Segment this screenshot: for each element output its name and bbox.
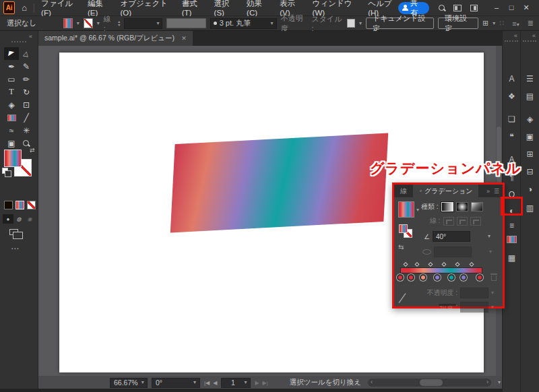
- menu-select[interactable]: 選択(S): [214, 0, 236, 17]
- none-mode-button[interactable]: [27, 201, 36, 209]
- freeform-gradient-button[interactable]: [471, 202, 483, 211]
- gradient-tool[interactable]: [4, 111, 19, 124]
- pen-tool[interactable]: ✒: [4, 60, 19, 73]
- collapse-tools-icon[interactable]: «: [29, 33, 32, 40]
- menu-file[interactable]: ファイル(F): [41, 0, 77, 17]
- style-dropdown-chevron-icon[interactable]: ▾: [359, 21, 362, 26]
- stroke-weight-stepper[interactable]: ▴▾: [118, 18, 120, 29]
- gradient-stop[interactable]: [434, 274, 441, 281]
- free-transform-tool[interactable]: ⊡: [19, 98, 34, 111]
- stroke-weight-dropdown[interactable]: ▾: [124, 18, 162, 29]
- type-tool[interactable]: T: [4, 86, 19, 98]
- gradient-presets-chevron-icon[interactable]: ▾: [416, 207, 419, 213]
- edit-toolbar-icon[interactable]: ⋯: [11, 244, 20, 253]
- appearance-panel-icon[interactable]: ◑: [521, 182, 539, 197]
- next-artboard-button[interactable]: ▶: [255, 380, 259, 386]
- horizontal-scrollbar-thumb[interactable]: [420, 379, 443, 386]
- shape-builder-panel-icon[interactable]: ❖: [503, 89, 521, 104]
- eraser-tool[interactable]: ◈: [4, 98, 19, 111]
- rotate-tool[interactable]: ↻: [19, 86, 34, 98]
- touch-type-panel-icon[interactable]: A: [503, 71, 521, 86]
- selection-tool[interactable]: ◤: [4, 47, 19, 60]
- layers-panel-icon[interactable]: ◈: [521, 112, 539, 127]
- artboards-panel-icon[interactable]: ▣: [521, 129, 539, 144]
- close-button[interactable]: ✕: [519, 3, 534, 12]
- draw-behind-button[interactable]: ◍: [13, 214, 24, 224]
- first-artboard-button[interactable]: |◀: [204, 380, 210, 386]
- curvature-tool[interactable]: ✎: [19, 60, 34, 73]
- tab-stroke[interactable]: 線: [394, 185, 413, 197]
- drag-handle[interactable]: [523, 40, 536, 42]
- close-tab-icon[interactable]: ✕: [181, 35, 187, 42]
- gradient-stop[interactable]: [448, 274, 455, 281]
- previous-artboard-button[interactable]: ◀: [213, 380, 217, 386]
- radial-gradient-button[interactable]: [456, 202, 468, 211]
- stroke-panel-icon[interactable]: ≡: [503, 218, 521, 233]
- swatches-panel-icon[interactable]: ▦: [503, 251, 521, 265]
- fill-dropdown-chevron-icon[interactable]: ▾: [77, 21, 80, 26]
- gradient-stop[interactable]: [476, 274, 483, 281]
- gradient-midpoint[interactable]: [403, 262, 408, 267]
- document-setup-button[interactable]: ドキュメント設定: [366, 18, 434, 29]
- artboard-tool[interactable]: ▣: [4, 137, 19, 150]
- scroll-right-icon[interactable]: ›: [486, 379, 488, 385]
- fill-color-swatch[interactable]: [63, 18, 73, 28]
- panel-layout-icon[interactable]: [470, 5, 478, 11]
- gradient-stop[interactable]: [420, 274, 426, 281]
- brush-definition-dropdown[interactable]: 3 pt. 丸筆 ▾: [210, 18, 277, 29]
- search-icon[interactable]: [438, 4, 445, 12]
- style-swatch[interactable]: [347, 19, 355, 28]
- paintbrush-tool[interactable]: ✏: [19, 73, 34, 86]
- document-tab[interactable]: sample.ai* @ 66.67 % (RGB/プレビュー) ✕: [38, 31, 193, 46]
- preferences-button[interactable]: 環境設定: [438, 18, 478, 29]
- eyedropper-icon[interactable]: ╱: [399, 293, 406, 304]
- gradient-bar[interactable]: [400, 267, 482, 273]
- rotation-dropdown[interactable]: 0° ▾: [152, 378, 200, 388]
- rectangle-tool[interactable]: ▭: [4, 73, 19, 86]
- maximize-button[interactable]: □: [504, 3, 519, 12]
- panel-menu-icon[interactable]: ☰: [494, 188, 499, 195]
- zoom-level-dropdown[interactable]: 66.67% ▾: [110, 378, 148, 388]
- gradient-mode-button[interactable]: [15, 201, 24, 209]
- comments-panel-icon[interactable]: ❝: [503, 129, 521, 144]
- variable-width-profile-dropdown[interactable]: [166, 18, 205, 28]
- angle-dropdown[interactable]: 40°: [433, 231, 470, 242]
- drag-handle[interactable]: [505, 40, 518, 42]
- gradient-stop[interactable]: [460, 274, 467, 281]
- screen-mode-icon[interactable]: [9, 229, 18, 235]
- panel-resize-grip[interactable]: [439, 304, 456, 306]
- draw-normal-button[interactable]: ●: [3, 214, 13, 224]
- horizontal-scrollbar[interactable]: ‹ ›: [368, 379, 491, 387]
- menu-effect[interactable]: 効果(C): [247, 0, 270, 17]
- default-fill-stroke-icon[interactable]: [2, 168, 8, 174]
- fill-proxy-swatch[interactable]: [399, 224, 408, 233]
- align-panel-icon[interactable]: ⊞: [521, 147, 539, 162]
- direct-selection-tool[interactable]: △: [19, 47, 34, 60]
- gradient-text-artwork[interactable]: Hello: [170, 133, 388, 232]
- gradient-panel-icon[interactable]: [503, 232, 521, 247]
- menu-object[interactable]: オブジェクト(O): [120, 0, 171, 17]
- stroke-color-swatch[interactable]: [84, 18, 93, 28]
- libraries-panel-icon[interactable]: ▤: [521, 89, 539, 104]
- draw-inside-button[interactable]: ◉: [24, 214, 35, 224]
- workspace-layout-icon[interactable]: [453, 5, 461, 11]
- menu-type[interactable]: 書式(T): [182, 0, 204, 17]
- gradient-stop[interactable]: [408, 274, 414, 281]
- angle-chevron-icon[interactable]: ▾: [488, 234, 490, 239]
- minimize-button[interactable]: –: [489, 3, 504, 12]
- chevron-down-icon[interactable]: ▾: [493, 21, 495, 26]
- workspace-switcher-icon[interactable]: ≣: [528, 19, 534, 28]
- last-artboard-button[interactable]: ▶|: [263, 380, 268, 386]
- isolate-selection-icon[interactable]: ⊞: [482, 19, 488, 28]
- fill-indicator[interactable]: [4, 150, 22, 167]
- expand-panels-icon[interactable]: «: [514, 32, 517, 39]
- stroke-dropdown-chevron-icon[interactable]: ▾: [97, 21, 100, 26]
- tab-gradient[interactable]: ∘ グラデーション: [413, 185, 478, 197]
- symbol-sprayer-tool[interactable]: ✳: [19, 124, 34, 137]
- transform-panel-icon[interactable]: ⊟: [521, 164, 539, 179]
- status-options-chevron-icon[interactable]: ▾: [498, 380, 501, 385]
- gradient-midpoint[interactable]: [414, 262, 419, 267]
- gradient-stop[interactable]: [397, 274, 404, 281]
- gradient-midpoint[interactable]: [455, 262, 459, 267]
- pencil-tool[interactable]: ≈: [4, 124, 19, 137]
